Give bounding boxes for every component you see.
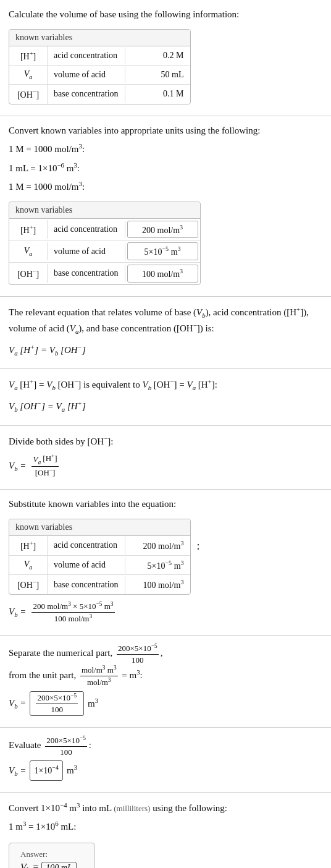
fraction-numerator: Va [H+] xyxy=(31,453,58,467)
unit-den: mol/m3 xyxy=(86,676,112,687)
symbol-oh-minus-1: [OH−] xyxy=(9,85,48,104)
symbol-va-2: Va xyxy=(9,242,48,261)
unit-m3-2: m3 xyxy=(67,761,77,780)
section6-intro: Substitute known variables into the equa… xyxy=(9,497,322,511)
section1-intro: Calculate the volume of base using the f… xyxy=(9,7,322,22)
table-row: [OH−] base concentration 100 mol/m3 xyxy=(9,575,190,594)
symbol-va-1: Va xyxy=(9,66,48,84)
section8-intro: Evaluate 200×5×10−5 100 : xyxy=(9,735,322,757)
symbol-oh-minus-2: [OH−] xyxy=(9,264,48,283)
section-3: The relevant equation that relates volum… xyxy=(0,297,331,370)
known-vars-table-3: known variables [H+] acid concentration … xyxy=(9,519,191,595)
value-base-conc-1: 0.1 M xyxy=(125,85,190,103)
section8-formula: Vb = 1×10−4 m3 xyxy=(9,760,322,781)
vb-label-2: Vb = xyxy=(9,602,26,622)
label-acid-conc-1: acid concentration xyxy=(48,47,125,64)
value-base-conc-3: 100 mol/m3 xyxy=(125,575,190,594)
den-part: 100 xyxy=(130,655,145,665)
table2-header: known variables xyxy=(9,202,200,219)
section7-intro: Separate the numerical part, 200×5×10−5 … xyxy=(9,643,322,687)
table-row: [H+] acid concentration 200 mol/m3 xyxy=(9,536,190,556)
section2-line4: 1 M = 1000 mol/m3: xyxy=(9,179,322,194)
eval-num: 200×5×10−5 xyxy=(45,735,87,747)
boxed-result-1e-4: 1×10−4 xyxy=(30,760,63,781)
colon-separator: : xyxy=(197,540,200,553)
value-acid-conc-3: 200 mol/m3 xyxy=(125,536,190,555)
num-part: 200×5×10−5 xyxy=(117,643,159,655)
table-row: [OH−] base concentration 0.1 M xyxy=(9,85,190,104)
num-inner: 200×5×10−5 xyxy=(36,692,78,704)
section7-formula: Vb = 200×5×10−5 100 m3 xyxy=(9,691,322,716)
section-1: Calculate the volume of base using the f… xyxy=(0,0,331,116)
answer-label: Answer: xyxy=(20,849,83,859)
section-8: Evaluate 200×5×10−5 100 : Vb = 1×10−4 m3 xyxy=(0,728,331,793)
label-vol-acid-3: volume of acid xyxy=(48,556,125,574)
label-base-conc-1: base concentration xyxy=(48,85,125,103)
section5-intro: Divide both sides by [OH−]: xyxy=(9,433,322,449)
value-base-conc-2: 100 mol/m3 xyxy=(127,265,198,283)
table-row: [H+] acid concentration 0.2 M xyxy=(9,46,190,66)
table-row: [H+] acid concentration 200 mol/m3 xyxy=(9,219,200,241)
fraction-num-2: 200 mol/m3 × 5×10−5 m3 xyxy=(31,601,114,613)
value-acid-conc-2: 200 mol/m3 xyxy=(127,221,198,239)
label-vol-acid-2: volume of acid xyxy=(48,243,125,260)
answer-box: Answer: Vb = 100 mL xyxy=(9,843,95,868)
symbol-oh-minus-3: [OH−] xyxy=(9,575,48,594)
section-6: Substitute known variables into the equa… xyxy=(0,490,331,635)
answer-value: Vb = 100 mL xyxy=(20,862,83,868)
section5-equation: Vb = Va [H+] [OH−] xyxy=(9,453,322,478)
den-inner: 100 xyxy=(50,704,65,715)
num-frac-inner: 200×5×10−5 100 xyxy=(36,692,78,715)
known-vars-table-2: known variables [H+] acid concentration … xyxy=(9,202,201,285)
value-vol-acid-3: 5×10−5 m3 xyxy=(125,556,190,575)
fraction-vb-2: 200 mol/m3 × 5×10−5 m3 100 mol/m3 xyxy=(31,601,114,624)
symbol-h-plus-2: [H+] xyxy=(9,220,48,239)
section2-line3: 1 mL = 1×10−6 m3: xyxy=(9,160,322,176)
symbol-h-plus: [H+] xyxy=(9,46,48,66)
vb-label-3: Vb = xyxy=(9,694,26,713)
vb-label: Vb = xyxy=(9,456,26,476)
section2-line2: 1 M = 1000 mol/m3: xyxy=(9,141,322,156)
numerical-frac: 200×5×10−5 100 xyxy=(117,643,159,665)
section4-intro: Va [H+] = Vb [OH−] is equivalent to Vb [… xyxy=(9,377,322,393)
fraction-den-2: 100 mol/m3 xyxy=(53,613,93,624)
eval-frac: 200×5×10−5 100 xyxy=(45,735,87,757)
table1-header: known variables xyxy=(9,30,190,46)
value-acid-conc-1: 0.2 M xyxy=(125,47,190,64)
table-row: Va volume of acid 50 mL xyxy=(9,66,190,85)
table-row: Va volume of acid 5×10−5 m3 xyxy=(9,240,200,263)
label-base-conc-2: base concentration xyxy=(48,265,125,282)
label-base-conc-3: base concentration xyxy=(48,576,125,594)
section-2: Convert known variables into appropriate… xyxy=(0,116,331,297)
section-5: Divide both sides by [OH−]: Vb = Va [H+]… xyxy=(0,426,331,490)
boxed-num-frac: 200×5×10−5 100 xyxy=(30,691,84,716)
section-9: Convert 1×10−4 m3 into mL (milliliters) … xyxy=(0,793,331,868)
section3-intro: The relevant equation that relates volum… xyxy=(9,304,322,336)
section9-line2: 1 m3 = 1×106 mL: xyxy=(9,819,322,834)
symbol-h-plus-3: [H+] xyxy=(9,536,48,555)
answer-result: 100 mL xyxy=(41,862,76,868)
section-4: Va [H+] = Vb [OH−] is equivalent to Vb [… xyxy=(0,369,331,426)
value-vol-acid-1: 50 mL xyxy=(125,66,190,83)
vb-label-4: Vb = xyxy=(9,761,26,781)
table3-header: known variables xyxy=(9,519,190,536)
unit-m3: m3 xyxy=(88,694,98,713)
section9-line1: Convert 1×10−4 m3 into mL (milliliters) … xyxy=(9,800,322,815)
unit-frac: mol/m3 m3 mol/m3 xyxy=(80,665,118,687)
unit-num: mol/m3 m3 xyxy=(80,665,118,676)
section-7: Separate the numerical part, 200×5×10−5 … xyxy=(0,636,331,728)
fraction-denominator: [OH−] xyxy=(34,467,57,478)
section3-equation: Va [H+] = Vb [OH−] xyxy=(9,341,322,359)
label-acid-conc-3: acid concentration xyxy=(48,537,125,554)
value-vol-acid-2: 5×10−5 m3 xyxy=(127,242,198,260)
section4-equation: Vb [OH−] = Va [H+] xyxy=(9,398,322,415)
label-vol-acid-1: volume of acid xyxy=(48,66,125,83)
known-vars-table-1: known variables [H+] acid concentration … xyxy=(9,29,191,104)
table-row: [OH−] base concentration 100 mol/m3 xyxy=(9,263,200,284)
section6-formula: Vb = 200 mol/m3 × 5×10−5 m3 100 mol/m3 xyxy=(9,601,322,624)
symbol-va-3: Va xyxy=(9,556,48,574)
section2-intro-line1: Convert known variables into appropriate… xyxy=(9,124,322,138)
eval-den: 100 xyxy=(59,747,73,757)
table-row: Va volume of acid 5×10−5 m3 xyxy=(9,556,190,576)
label-acid-conc-2: acid concentration xyxy=(48,221,125,238)
